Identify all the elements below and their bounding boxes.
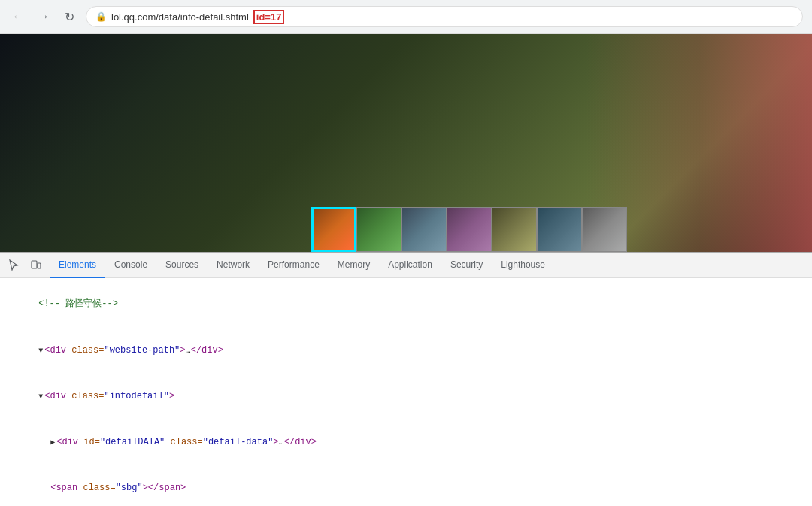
back-button[interactable]: ← <box>9 8 27 26</box>
tab-memory[interactable]: Memory <box>329 253 379 278</box>
html-line-website-path: ▼<div class="website-path">…</div> <box>6 327 806 373</box>
svg-rect-0 <box>32 261 37 268</box>
tab-console[interactable]: Console <box>105 253 156 278</box>
triangle-icon[interactable]: ▶ <box>50 438 55 447</box>
tab-elements[interactable]: Elements <box>50 253 105 278</box>
devtools-toolbar: Elements Console Sources Network Perform… <box>0 253 812 278</box>
skin-thumbnail-4[interactable] <box>492 207 537 252</box>
tab-application[interactable]: Application <box>379 253 441 278</box>
devtools-tabs: Elements Console Sources Network Perform… <box>50 253 554 278</box>
skin-thumbnail-3[interactable] <box>447 207 492 252</box>
triangle-icon[interactable]: ▼ <box>38 347 43 355</box>
nav-bar: ← → ↻ 🔒 lol.qq.com/data/info-defail.shtm… <box>0 0 812 33</box>
skin-thumbnail-0[interactable] <box>311 207 356 252</box>
html-line-defaildata: ▶<div id="defailDATA" class="defail-data… <box>6 420 806 465</box>
tab-performance[interactable]: Performance <box>259 253 329 278</box>
devtools-html-content: <!-- 路怪守候--> ▼<div class="website-path">… <box>0 278 812 506</box>
url-highlight: id=17 <box>253 10 285 24</box>
browser-chrome: ← → ↻ 🔒 lol.qq.com/data/info-defail.shtm… <box>0 0 812 34</box>
skin-thumbnail-2[interactable] <box>401 207 447 252</box>
tab-lighthouse[interactable]: Lighthouse <box>492 253 554 278</box>
address-bar[interactable]: 🔒 lol.qq.com/data/info-defail.shtmlid=17 <box>86 6 803 27</box>
html-line-span-sbg: <span class="sbg"></span> <box>6 465 806 506</box>
html-line-infodefail: ▼<div class="infodefail"> <box>6 373 806 419</box>
skin-thumbnail-1[interactable] <box>356 207 401 252</box>
tab-sources[interactable]: Sources <box>156 253 208 278</box>
skin-thumbnails <box>311 207 627 252</box>
skin-thumbnail-5[interactable] <box>537 207 582 252</box>
forward-button[interactable]: → <box>35 8 53 26</box>
tab-network[interactable]: Network <box>208 253 259 278</box>
html-line-comment: <!-- 路怪守候--> <box>6 281 806 327</box>
skin-thumbnail-6[interactable] <box>582 207 627 252</box>
devtools-left-icons <box>3 255 47 276</box>
devtools-device-btn[interactable] <box>26 255 47 276</box>
svg-rect-1 <box>38 263 41 268</box>
reload-button[interactable]: ↻ <box>60 8 78 26</box>
tab-security[interactable]: Security <box>441 253 492 278</box>
triangle-icon[interactable]: ▼ <box>38 392 43 401</box>
devtools-panel: Elements Console Sources Network Perform… <box>0 252 812 506</box>
url-text: lol.qq.com/data/info-defail.shtml <box>111 11 249 23</box>
devtools-cursor-btn[interactable] <box>3 255 24 276</box>
game-area <box>0 34 812 252</box>
game-background <box>0 34 812 252</box>
lock-icon: 🔒 <box>95 11 107 22</box>
